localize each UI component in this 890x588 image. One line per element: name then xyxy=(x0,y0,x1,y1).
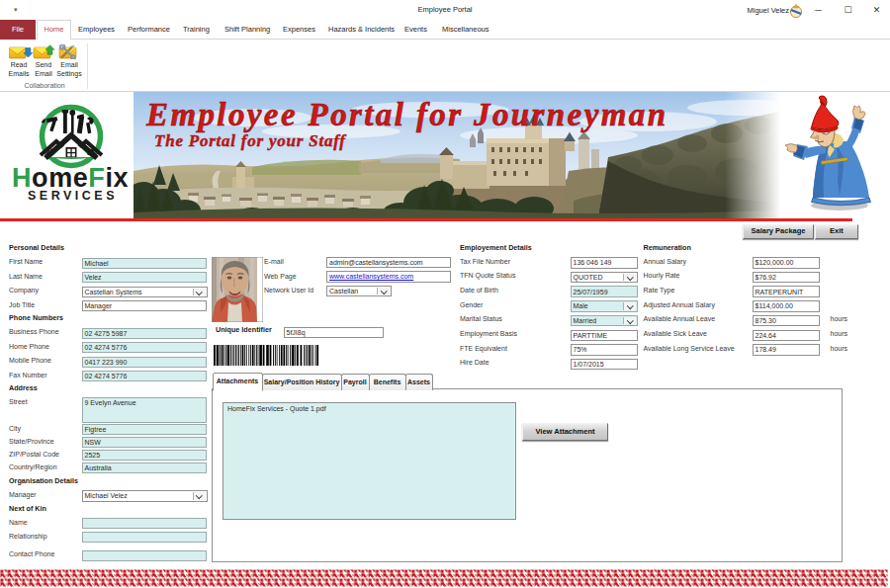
svg-text:The Portal for your Staff: The Portal for your Staff xyxy=(154,131,347,150)
svg-text:SERVICES: SERVICES xyxy=(28,189,116,203)
svg-text:Employee Portal for Journeyma: Employee Portal for Journeyman xyxy=(145,97,666,132)
